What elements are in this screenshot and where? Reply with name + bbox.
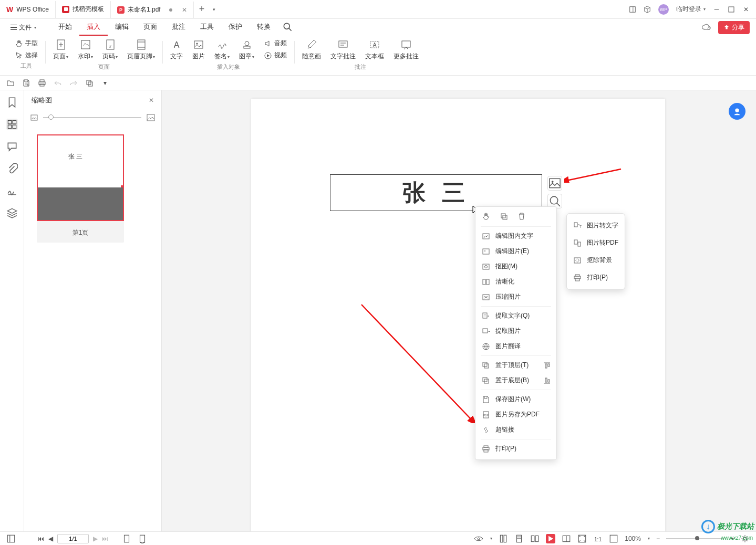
assistant-fab[interactable]	[729, 103, 745, 120]
presentation-icon[interactable]	[546, 534, 555, 543]
zoom-handle[interactable]	[695, 536, 699, 540]
image-tool-icon[interactable]	[547, 176, 562, 191]
small-thumb-icon[interactable]	[30, 114, 38, 121]
bookmark-icon[interactable]	[6, 97, 18, 108]
tab-convert[interactable]: 转换	[250, 19, 278, 36]
ctx-compress[interactable]: 压缩图片	[475, 289, 556, 305]
sub-to-pdf[interactable]: 图片转PDF	[567, 234, 625, 251]
panel-icon[interactable]	[629, 6, 636, 13]
fit-width-icon[interactable]	[562, 534, 571, 543]
last-page-icon[interactable]: ⏭	[102, 535, 108, 542]
hand-tool[interactable]: 手型	[14, 38, 39, 49]
fullscreen-icon[interactable]	[609, 534, 618, 543]
layout-2-icon[interactable]	[514, 534, 524, 543]
first-page-icon[interactable]: ⏮	[38, 535, 44, 542]
freedraw-tool[interactable]: 随意画	[301, 38, 322, 62]
layout-1-icon[interactable]	[499, 534, 508, 543]
layout-3-icon[interactable]	[530, 534, 540, 543]
document-tab[interactable]: P 未命名1.pdf ✕	[111, 1, 194, 18]
selected-image[interactable]: 张 三	[330, 174, 542, 211]
template-tab[interactable]: 找稻壳模板	[56, 1, 111, 18]
cube-icon[interactable]	[644, 6, 651, 13]
eye-icon[interactable]	[474, 534, 483, 543]
file-menu[interactable]: 文件 ▾	[6, 21, 40, 34]
large-thumb-icon[interactable]	[147, 113, 155, 122]
watermark-tool[interactable]: 水印▾	[77, 38, 94, 62]
view-mode-1-icon[interactable]	[122, 534, 131, 543]
ctx-extract-image[interactable]: 提取图片	[475, 323, 556, 339]
ctx-cutout[interactable]: 抠图(M)	[475, 259, 556, 274]
zoom-out-icon[interactable]: −	[656, 535, 660, 542]
thumb-size-slider[interactable]	[43, 117, 141, 118]
undo-icon[interactable]	[54, 79, 62, 87]
insert-page[interactable]: 页面▾	[52, 38, 69, 62]
ctx-edit-image[interactable]: 编辑图片(E)	[475, 244, 556, 259]
cloud-sync-icon[interactable]	[701, 22, 712, 33]
login-dropdown[interactable]: 临时登录▾	[676, 5, 706, 14]
next-page-icon[interactable]: ▶	[93, 535, 98, 542]
redo-icon[interactable]	[69, 79, 78, 87]
pagenum-tool[interactable]: #页码▾	[101, 38, 119, 62]
fit-page-icon[interactable]	[577, 534, 587, 543]
tab-list-dropdown[interactable]: ▾	[210, 7, 219, 12]
ctx-save-as-pdf[interactable]: PDF图片另存为PDF	[475, 407, 556, 422]
slider-handle[interactable]	[48, 114, 54, 120]
ctx-print[interactable]: 打印(P)	[475, 441, 556, 456]
close-panel-icon[interactable]: ✕	[149, 97, 154, 104]
close-button[interactable]: ✕	[742, 6, 750, 13]
align-top-icon[interactable]	[543, 361, 551, 370]
zoom-level[interactable]: 100%	[625, 535, 641, 542]
tab-protect[interactable]: 保护	[221, 19, 250, 36]
avatar-icon[interactable]: WP	[658, 4, 669, 15]
ctx-hyperlink[interactable]: 超链接	[475, 422, 556, 437]
view-mode-2-icon[interactable]	[138, 534, 147, 543]
hand-icon[interactable]	[482, 212, 490, 221]
align-bottom-icon[interactable]	[543, 376, 551, 385]
document-canvas[interactable]: 张 三 编辑图内文字 编辑图片(E) 抠图(M) 清晰化 压缩图片 T提取文字(…	[162, 90, 756, 531]
sub-print[interactable]: 打印(P)	[567, 269, 625, 286]
tab-annotate[interactable]: 批注	[164, 19, 193, 36]
insert-video[interactable]: 视频	[263, 50, 288, 61]
actual-size-icon[interactable]: 1:1	[593, 534, 603, 543]
zoom-slider[interactable]	[666, 538, 724, 539]
open-icon[interactable]	[6, 79, 15, 87]
more-qab[interactable]: ▾	[101, 79, 109, 87]
textbox-tool[interactable]: A文本框	[364, 38, 385, 62]
ctx-sharpen[interactable]: 清晰化	[475, 274, 556, 289]
save-icon[interactable]	[22, 79, 30, 87]
share-button[interactable]: 分享	[718, 21, 750, 34]
select-tool[interactable]: 选择	[14, 50, 39, 61]
ctx-translate[interactable]: 图片翻译	[475, 339, 556, 354]
close-tab-icon[interactable]: ✕	[182, 6, 187, 14]
copy-icon[interactable]	[500, 212, 508, 221]
sub-remove-bg[interactable]: 抠除背景	[567, 251, 625, 269]
signature-rail-icon[interactable]	[6, 185, 18, 196]
maximize-button[interactable]	[728, 6, 735, 13]
print-icon[interactable]	[38, 79, 46, 87]
delete-icon[interactable]	[517, 212, 526, 221]
new-tab-button[interactable]: +	[194, 4, 210, 15]
thumbnails-icon[interactable]	[6, 119, 18, 130]
page-thumbnail[interactable]: 张 三 第1页	[37, 134, 124, 243]
tab-edit[interactable]: 编辑	[108, 19, 136, 36]
ctx-send-back[interactable]: 置于底层(B)	[475, 373, 556, 388]
textannot-tool[interactable]: 文字批注	[329, 38, 357, 62]
app-tab[interactable]: W WPS Office	[0, 1, 56, 18]
insert-sign[interactable]: 签名▾	[213, 38, 231, 62]
minimize-button[interactable]: ─	[713, 6, 720, 13]
tab-page[interactable]: 页面	[136, 19, 164, 36]
insert-image[interactable]: 图片	[191, 38, 206, 62]
tab-insert[interactable]: 插入	[79, 19, 108, 36]
attachments-icon[interactable]	[6, 163, 18, 174]
insert-text[interactable]: A文字	[169, 38, 184, 62]
more-annot[interactable]: 更多批注	[392, 38, 420, 62]
headerfooter-tool[interactable]: 页眉页脚▾	[126, 38, 156, 62]
eye-dropdown[interactable]: ▾	[490, 536, 492, 541]
ctx-extract-text[interactable]: T提取文字(Q)	[475, 308, 556, 323]
layers-icon[interactable]	[6, 207, 18, 218]
search-icon[interactable]	[282, 22, 294, 33]
insert-audio[interactable]: 音频	[263, 38, 288, 49]
insert-stamp[interactable]: 图章▾	[238, 38, 255, 62]
ctx-bring-front[interactable]: 置于顶层(T)	[475, 358, 556, 373]
prev-page-icon[interactable]: ◀	[48, 535, 53, 542]
